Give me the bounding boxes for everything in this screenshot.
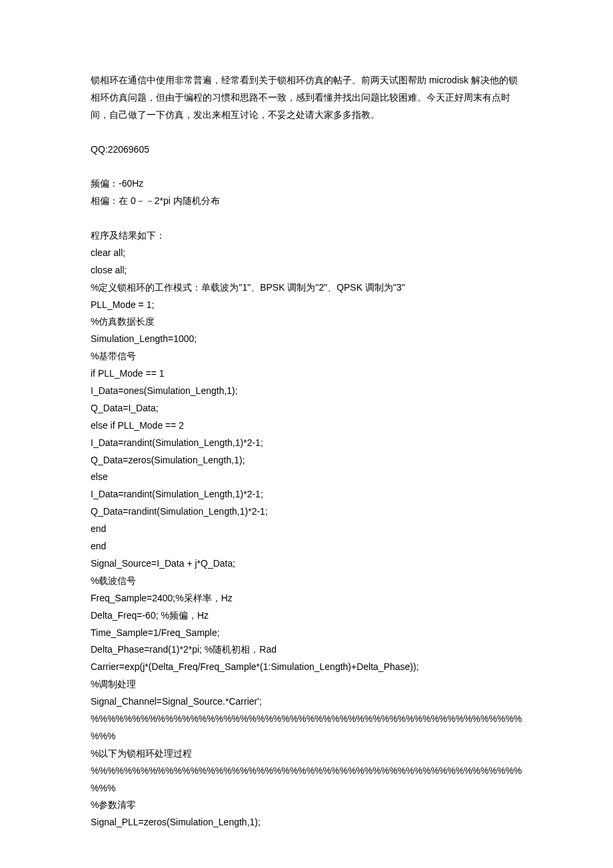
text-line: 相偏：在 0－－2*pi 内随机分布: [91, 193, 522, 210]
code-line: %载波信号: [91, 573, 522, 590]
code-line: Q_Data=randint(Simulation_Length,1)*2-1;: [91, 503, 522, 521]
code-line: PLL_Mode = 1;: [91, 297, 522, 314]
text-line: [91, 210, 522, 227]
code-line: end: [91, 521, 522, 538]
text-line: [91, 158, 522, 175]
code-line: I_Data=ones(Simulation_Length,1);: [91, 383, 522, 400]
code-line: %定义锁相环的工作模式：单载波为"1"、BPSK 调制为"2"、QPSK 调制为…: [91, 279, 522, 297]
code-line: Signal_PLL=zeros(Simulation_Length,1);: [91, 814, 522, 831]
code-line: Simulation_Length=1000;: [91, 331, 522, 348]
code-line: Time_Sample=1/Freq_Sample;: [91, 625, 522, 642]
text-line: 程序及结果如下：: [91, 227, 522, 245]
code-line: Freq_Sample=2400;%采样率，Hz: [91, 590, 522, 607]
text-line: 频偏：-60Hz: [91, 175, 522, 193]
code-line: if PLL_Mode == 1: [91, 365, 522, 383]
code-line: clear all;: [91, 245, 522, 262]
code-line: %%%%%%%%%%%%%%%%%%%%%%%%%%%%%%%%%%%%%%%%…: [91, 763, 522, 797]
code-line: %参数清零: [91, 797, 522, 814]
text-line: 锁相环在通信中使用非常普遍，经常看到关于锁相环仿真的帖子。前两天试图帮助 mic…: [91, 72, 522, 124]
code-line: %调制处理: [91, 676, 522, 693]
code-line: %%%%%%%%%%%%%%%%%%%%%%%%%%%%%%%%%%%%%%%%…: [91, 711, 522, 745]
code-line: else: [91, 469, 522, 486]
code-line: else if PLL_Mode == 2: [91, 417, 522, 435]
code-line: I_Data=randint(Simulation_Length,1)*2-1;: [91, 435, 522, 452]
code-line: Carrier=exp(j*(Delta_Freq/Freq_Sample*(1…: [91, 659, 522, 676]
text-line: QQ:22069605: [91, 141, 522, 159]
code-line: Delta_Freq=-60; %频偏，Hz: [91, 607, 522, 625]
code-line: Delta_Phase=rand(1)*2*pi; %随机初相，Rad: [91, 641, 522, 659]
text-line: [91, 124, 522, 141]
code-line: Q_Data=zeros(Simulation_Length,1);: [91, 452, 522, 469]
code-line: %仿真数据长度: [91, 313, 522, 331]
code-line: Q_Data=I_Data;: [91, 400, 522, 417]
code-line: %以下为锁相环处理过程: [91, 745, 522, 763]
code-line: Signal_Channel=Signal_Source.*Carrier';: [91, 693, 522, 711]
code-line: I_Data=randint(Simulation_Length,1)*2-1;: [91, 486, 522, 503]
code-line: close all;: [91, 262, 522, 279]
document-content: 锁相环在通信中使用非常普遍，经常看到关于锁相环仿真的帖子。前两天试图帮助 mic…: [91, 72, 522, 831]
code-line: %基带信号: [91, 348, 522, 365]
code-line: end: [91, 538, 522, 555]
code-line: Signal_Source=I_Data + j*Q_Data;: [91, 555, 522, 573]
